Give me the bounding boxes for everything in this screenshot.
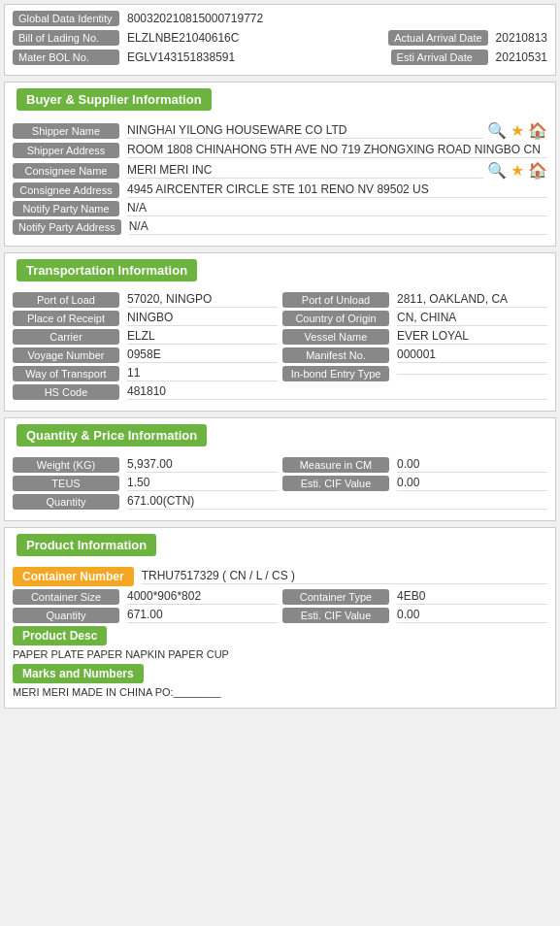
page-container: Global Data Identity 8003202108150007197… bbox=[0, 0, 560, 718]
product-qty-label: Quantity bbox=[13, 608, 119, 623]
home-icon[interactable]: 🏠 bbox=[528, 121, 547, 140]
place-receipt-label: Place of Receipt bbox=[13, 311, 119, 326]
product-cif-label: Esti. CIF Value bbox=[282, 608, 389, 623]
inbond-label: In-bond Entry Type bbox=[282, 366, 389, 381]
weight-measure-row: Weight (KG) 5,937.00 Measure in CM 0.00 bbox=[13, 457, 547, 473]
notify-party-name-value: N/A bbox=[127, 201, 547, 216]
container-size-group: Container Size 4000*906*802 bbox=[13, 589, 278, 605]
vessel-value: EVER LOYAL bbox=[397, 329, 547, 345]
container-size-type-row: Container Size 4000*906*802 Container Ty… bbox=[13, 589, 547, 605]
search-icon[interactable]: 🔍 bbox=[487, 121, 507, 140]
cif-label: Esti. CIF Value bbox=[282, 476, 389, 491]
carrier-vessel-row: Carrier ELZL Vessel Name EVER LOYAL bbox=[13, 329, 547, 345]
measure-value: 0.00 bbox=[397, 457, 547, 473]
quantity-price-panel: Quantity & Price Information Weight (KG)… bbox=[4, 417, 556, 521]
top-section: Global Data Identity 8003202108150007197… bbox=[4, 4, 556, 76]
shipper-name-value: NINGHAI YILONG HOUSEWARE CO LTD bbox=[127, 123, 483, 139]
weight-label: Weight (KG) bbox=[13, 457, 119, 473]
port-load-value: 57020, NINGPO bbox=[127, 292, 278, 308]
quantity-value: 671.00(CTN) bbox=[127, 494, 547, 510]
teus-label: TEUS bbox=[13, 476, 119, 491]
star-icon[interactable]: ★ bbox=[511, 121, 524, 140]
teus-value: 1.50 bbox=[127, 476, 278, 491]
hs-code-label: HS Code bbox=[13, 384, 119, 400]
shipper-address-value: ROOM 1808 CHINAHONG 5TH AVE NO 719 ZHONG… bbox=[127, 143, 547, 158]
bill-of-lading-row: Bill of Lading No. ELZLNBE21040616C Actu… bbox=[13, 30, 547, 46]
country-origin-value: CN, CHINA bbox=[397, 311, 547, 326]
consignee-name-label: Consignee Name bbox=[13, 163, 119, 179]
consignee-home-icon[interactable]: 🏠 bbox=[528, 161, 547, 180]
shipper-name-row: Shipper Name NINGHAI YILONG HOUSEWARE CO… bbox=[13, 121, 547, 140]
cif-group: Esti. CIF Value 0.00 bbox=[282, 476, 547, 491]
container-num-row: Container Number TRHU7517329 ( CN / L / … bbox=[13, 567, 547, 586]
weight-group: Weight (KG) 5,937.00 bbox=[13, 457, 278, 473]
manifest-label: Manifest No. bbox=[282, 347, 389, 363]
way-value: 11 bbox=[127, 366, 278, 381]
teus-group: TEUS 1.50 bbox=[13, 476, 278, 491]
esti-arrival-value: 20210531 bbox=[496, 50, 547, 64]
measure-label: Measure in CM bbox=[282, 457, 389, 473]
esti-arrival-group: Esti Arrival Date 20210531 bbox=[391, 50, 547, 65]
port-unload-group: Port of Unload 2811, OAKLAND, CA bbox=[282, 292, 547, 308]
product-qty-cif-row: Quantity 671.00 Esti. CIF Value 0.00 bbox=[13, 608, 547, 623]
quantity-row: Quantity 671.00(CTN) bbox=[13, 494, 547, 510]
weight-value: 5,937.00 bbox=[127, 457, 278, 473]
place-receipt-group: Place of Receipt NINGBO bbox=[13, 311, 278, 326]
container-size-value: 4000*906*802 bbox=[127, 589, 278, 605]
mater-bol-value: EGLV143151838591 bbox=[127, 50, 372, 64]
global-data-label: Global Data Identity bbox=[13, 11, 119, 26]
product-desc-text: PAPER PLATE PAPER NAPKIN PAPER CUP bbox=[13, 648, 547, 660]
quantity-label: Quantity bbox=[13, 494, 119, 510]
container-num-value: TRHU7517329 ( CN / L / CS ) bbox=[142, 569, 547, 584]
shipper-address-row: Shipper Address ROOM 1808 CHINAHONG 5TH … bbox=[13, 143, 547, 158]
container-type-value: 4EB0 bbox=[397, 589, 547, 605]
way-label: Way of Transport bbox=[13, 366, 119, 381]
port-row: Port of Load 57020, NINGPO Port of Unloa… bbox=[13, 292, 547, 308]
product-header-wrap: Product Information bbox=[5, 528, 555, 564]
consignee-address-label: Consignee Address bbox=[13, 182, 119, 198]
port-unload-value: 2811, OAKLAND, CA bbox=[397, 292, 547, 308]
hs-code-row: HS Code 481810 bbox=[13, 384, 547, 400]
inbond-group: In-bond Entry Type bbox=[282, 366, 547, 381]
carrier-value: ELZL bbox=[127, 329, 278, 345]
teus-cif-row: TEUS 1.50 Esti. CIF Value 0.00 bbox=[13, 476, 547, 491]
actual-arrival-label: Actual Arrival Date bbox=[388, 30, 487, 46]
bill-of-lading-label: Bill of Lading No. bbox=[13, 30, 119, 46]
bill-of-lading-value: ELZLNBE21040616C bbox=[127, 31, 369, 45]
manifest-group: Manifest No. 000001 bbox=[282, 347, 547, 363]
buyer-supplier-header: Buyer & Supplier Information bbox=[16, 88, 212, 111]
inbond-value bbox=[397, 373, 547, 375]
country-origin-group: Country of Origin CN, CHINA bbox=[282, 311, 547, 326]
consignee-name-row: Consignee Name MERI MERI INC 🔍 ★ 🏠 bbox=[13, 161, 547, 180]
vessel-label: Vessel Name bbox=[282, 329, 389, 345]
consignee-search-icon[interactable]: 🔍 bbox=[487, 161, 507, 180]
carrier-group: Carrier ELZL bbox=[13, 329, 278, 345]
product-desc-row: Product Desc bbox=[13, 626, 547, 645]
way-group: Way of Transport 11 bbox=[13, 366, 278, 381]
voyage-manifest-row: Voyage Number 0958E Manifest No. 000001 bbox=[13, 347, 547, 363]
notify-party-address-row: Notify Party Address N/A bbox=[13, 219, 547, 235]
actual-arrival-group: Actual Arrival Date 20210813 bbox=[388, 30, 547, 46]
marks-btn-row: Marks and Numbers bbox=[13, 664, 547, 683]
place-country-row: Place of Receipt NINGBO Country of Origi… bbox=[13, 311, 547, 326]
transportation-header-wrap: Transportation Information bbox=[5, 253, 555, 289]
consignee-address-row: Consignee Address 4945 AIRCENTER CIRCLE … bbox=[13, 182, 547, 198]
shipper-icons: 🔍 ★ 🏠 bbox=[487, 121, 547, 140]
actual-arrival-value: 20210813 bbox=[496, 31, 547, 45]
product-qty-group: Quantity 671.00 bbox=[13, 608, 278, 623]
marks-numbers-btn[interactable]: Marks and Numbers bbox=[13, 664, 144, 683]
port-unload-label: Port of Unload bbox=[282, 292, 389, 308]
port-load-label: Port of Load bbox=[13, 292, 119, 308]
consignee-name-value: MERI MERI INC bbox=[127, 163, 483, 179]
voyage-label: Voyage Number bbox=[13, 347, 119, 363]
transportation-panel: Transportation Information Port of Load … bbox=[4, 252, 556, 412]
notify-party-address-label: Notify Party Address bbox=[13, 219, 121, 235]
container-number-btn[interactable]: Container Number bbox=[13, 567, 134, 586]
notify-party-name-label: Notify Party Name bbox=[13, 201, 119, 216]
voyage-group: Voyage Number 0958E bbox=[13, 347, 278, 363]
transportation-header: Transportation Information bbox=[16, 259, 197, 281]
consignee-star-icon[interactable]: ★ bbox=[511, 161, 524, 180]
container-type-group: Container Type 4EB0 bbox=[282, 589, 547, 605]
product-desc-btn[interactable]: Product Desc bbox=[13, 626, 107, 645]
container-size-label: Container Size bbox=[13, 589, 119, 605]
